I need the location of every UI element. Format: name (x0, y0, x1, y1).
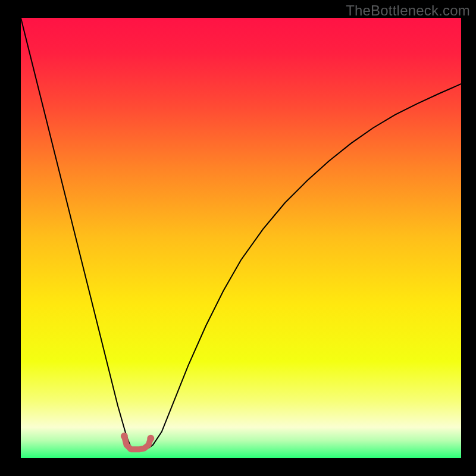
plot-area (21, 18, 461, 458)
bottleneck-chart (21, 18, 461, 458)
chart-container: TheBottleneck.com (0, 0, 476, 476)
marker-dot (121, 433, 128, 440)
watermark-text: TheBottleneck.com (346, 2, 470, 19)
gradient-background (21, 18, 461, 458)
marker-dot (147, 435, 154, 442)
